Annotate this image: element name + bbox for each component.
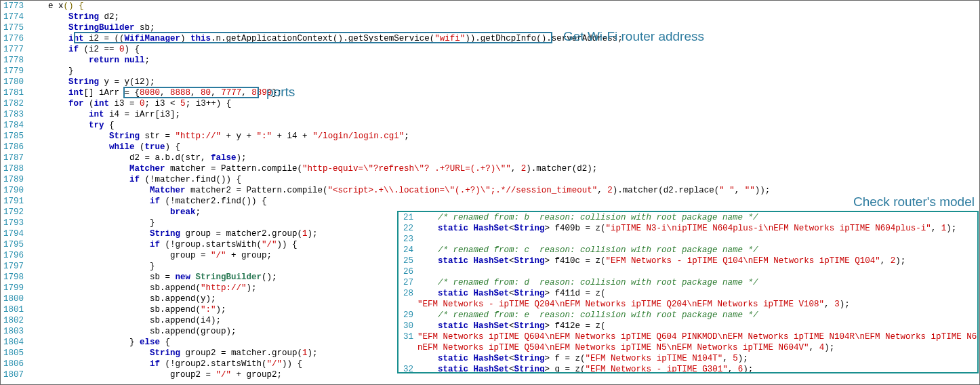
line-number: 25 xyxy=(399,256,417,266)
code-line: String y = y(i2); xyxy=(28,77,980,87)
line-number: 27 xyxy=(399,277,417,288)
code-line: /* renamed from: d reason: collision wit… xyxy=(417,277,979,288)
code-line: if (i2 == 0) { xyxy=(28,44,980,55)
line-number: 1807 xyxy=(1,369,28,380)
line-number: 1778 xyxy=(1,55,28,66)
line-number: 22 xyxy=(399,223,417,234)
line-number: 1775 xyxy=(1,22,28,33)
line-number: 1792 xyxy=(1,207,28,218)
router-model-annotation: Check router's model xyxy=(853,195,975,209)
code-line xyxy=(417,266,979,277)
line-number: 1777 xyxy=(1,44,28,55)
code-line: String d2; xyxy=(28,12,980,22)
ports-annotation: ports xyxy=(266,85,295,100)
line-number: 1795 xyxy=(1,239,28,250)
line-number: 1773 xyxy=(1,1,28,12)
line-number: 1782 xyxy=(1,98,28,109)
code-line: /* renamed from: c reason: collision wit… xyxy=(417,245,979,256)
code-line: Matcher matcher2 = Pattern.compile("<scr… xyxy=(28,185,980,196)
line-number: 1780 xyxy=(1,77,28,87)
line-number: 1779 xyxy=(1,66,28,77)
line-number: 1788 xyxy=(1,163,28,174)
code-line: "EFM Networks ipTIME Q604\nEFM Networks … xyxy=(417,331,979,342)
code-line: nEFM Networks ipTIME Q504\nEFM Networks … xyxy=(417,342,979,353)
code-line: if (!matcher2.find()) { xyxy=(28,196,980,207)
code-line: /* renamed from: b reason: collision wit… xyxy=(417,212,979,223)
line-number: 1793 xyxy=(1,218,28,228)
line-number xyxy=(399,353,417,364)
line-number: 1803 xyxy=(1,326,28,337)
right-code-pane: 21 /* renamed from: b reason: collision … xyxy=(397,211,979,373)
wifi-highlight-box xyxy=(74,32,552,43)
line-number: 29 xyxy=(399,310,417,321)
line-number: 1787 xyxy=(1,153,28,163)
code-line xyxy=(417,234,979,245)
line-number: 1806 xyxy=(1,359,28,369)
line-number: 30 xyxy=(399,321,417,331)
line-number: 23 xyxy=(399,234,417,245)
line-number: 1791 xyxy=(1,196,28,207)
line-number: 1781 xyxy=(1,87,28,98)
line-number: 31 xyxy=(399,331,417,342)
line-number: 1798 xyxy=(1,272,28,283)
code-line: for (int i3 = 0; i3 < 5; i3++) { xyxy=(28,98,980,109)
line-number: 1805 xyxy=(1,348,28,359)
code-line: int i4 = iArr[i3]; xyxy=(28,109,980,120)
line-number: 1784 xyxy=(1,120,28,131)
line-number: 1804 xyxy=(1,337,28,348)
line-number: 1789 xyxy=(1,174,28,185)
code-line: Matcher matcher = Pattern.compile("http-… xyxy=(28,163,980,174)
code-line: static HashSet<String> f410c = z("EFM Ne… xyxy=(417,256,979,266)
code-line: e x() { xyxy=(28,1,980,12)
ports-highlight-box xyxy=(123,87,259,98)
line-number: 1774 xyxy=(1,12,28,22)
code-line: static HashSet<String> f409b = z("ipTIME… xyxy=(417,223,979,234)
code-line: "EFM Networks - ipTIME Q204\nEFM Network… xyxy=(417,299,979,310)
line-number: 1796 xyxy=(1,250,28,261)
line-number: 1801 xyxy=(1,304,28,315)
line-number: 1783 xyxy=(1,109,28,120)
line-number: 1797 xyxy=(1,261,28,272)
line-number xyxy=(399,299,417,310)
line-number: 24 xyxy=(399,245,417,256)
wifi-annotation: Get Wi-Fi router address xyxy=(563,29,704,44)
line-number xyxy=(399,342,417,353)
code-line: static HashSet<String> f411d = z( xyxy=(417,288,979,299)
line-number: 1802 xyxy=(1,315,28,326)
code-line: return null; xyxy=(28,55,980,66)
line-number: 1776 xyxy=(1,33,28,44)
line-number: 1786 xyxy=(1,142,28,153)
code-line: static HashSet<String> f = z("EFM Networ… xyxy=(417,353,979,364)
line-number: 32 xyxy=(399,364,417,373)
code-line: /* renamed from: e reason: collision wit… xyxy=(417,310,979,321)
line-number: 26 xyxy=(399,266,417,277)
code-line: d2 = a.b.d(str, false); xyxy=(28,153,980,163)
line-number: 1799 xyxy=(1,283,28,293)
line-number: 1800 xyxy=(1,293,28,304)
code-line: while (true) { xyxy=(28,142,980,153)
line-number: 28 xyxy=(399,288,417,299)
code-line: } xyxy=(28,66,980,77)
code-line: try { xyxy=(28,120,980,131)
code-line: String str = "http://" + y + ":" + i4 + … xyxy=(28,131,980,142)
code-line: if (!matcher.find()) { xyxy=(28,174,980,185)
code-line: static HashSet<String> f412e = z( xyxy=(417,321,979,331)
code-line: static HashSet<String> g = z("EFM Networ… xyxy=(417,364,979,373)
line-number: 1785 xyxy=(1,131,28,142)
line-number: 1794 xyxy=(1,228,28,239)
line-number: 21 xyxy=(399,212,417,223)
line-number: 1790 xyxy=(1,185,28,196)
